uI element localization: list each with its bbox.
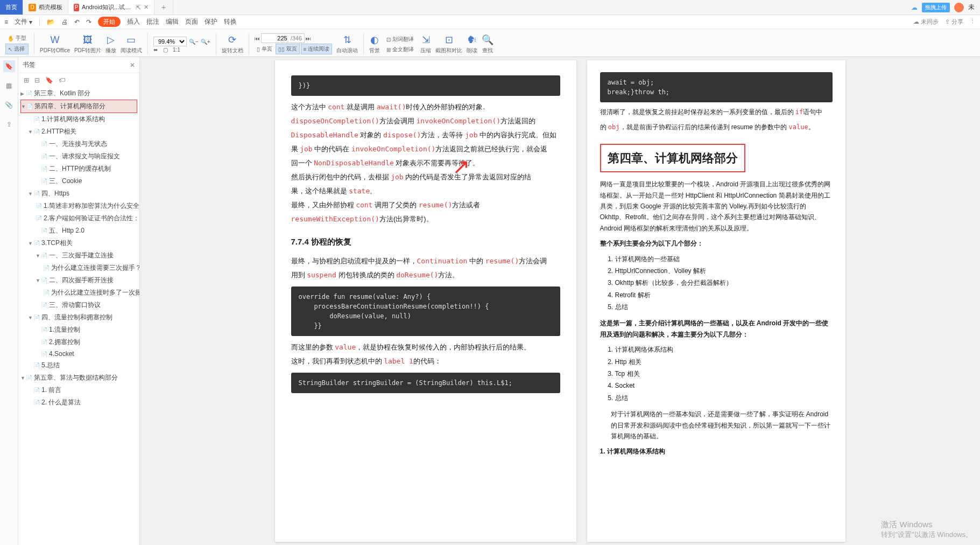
list-item: 计算机网络的一些基础 xyxy=(615,254,833,264)
bookmark-item[interactable]: ▼📄第四章、计算机网络部分 xyxy=(20,100,137,113)
speaker-icon: 🗣 xyxy=(467,34,477,46)
sync-status[interactable]: ☁ 未同步 xyxy=(913,18,939,26)
word-icon: W xyxy=(50,34,59,46)
bookmark-item[interactable]: ▼📄一、三次握手建立连接 xyxy=(20,249,137,262)
bookmark-item[interactable]: ▼📄3.TCP相关 xyxy=(20,237,137,249)
bookmark-item[interactable]: 📄1. 前言 xyxy=(20,384,137,396)
bookmark-item[interactable]: ▶📄第三章、Kotlin 部分 xyxy=(20,87,137,100)
hand-tool[interactable]: ✋ 手型 xyxy=(5,33,29,43)
share-panel-icon[interactable]: ⇪ xyxy=(3,118,15,130)
edit-menu[interactable]: 编辑 xyxy=(166,17,179,26)
expand-all-icon[interactable]: ⊞ xyxy=(24,76,29,84)
full-translate[interactable]: ⊞ 全文翻译 xyxy=(384,45,416,54)
bookmark-item[interactable]: 📄5.总结 xyxy=(20,359,137,372)
start-menu[interactable]: 开始 xyxy=(98,17,121,27)
new-tab-button[interactable]: ＋ xyxy=(154,0,173,15)
tab-templates[interactable]: D稻壳模板 xyxy=(23,0,68,15)
actual-size-icon[interactable]: 1:1 xyxy=(173,47,180,54)
hamburger-icon[interactable]: ≡ xyxy=(4,18,8,26)
pdf-to-office[interactable]: WPDF转Office xyxy=(39,34,71,54)
open-icon[interactable]: 📂 xyxy=(47,18,55,26)
auto-scroll[interactable]: ⇅自动滚动 xyxy=(335,34,359,54)
list-item: 总结 xyxy=(615,393,833,403)
bookmark-icon[interactable]: 🔖 xyxy=(45,76,53,84)
bookmark-item[interactable]: 📄为什么建立连接需要三次握手？ xyxy=(20,262,137,274)
avatar[interactable] xyxy=(954,3,964,12)
bookmark-item[interactable]: 📄2.拥塞控制 xyxy=(20,336,137,348)
read-mode[interactable]: ▭阅读模式 xyxy=(119,34,143,54)
background-button[interactable]: ◐背景 xyxy=(368,34,381,54)
tab-document[interactable]: PAndroid知识...试&进阶}.pdf⇱✕ xyxy=(68,0,154,15)
insert-menu[interactable]: 插入 xyxy=(127,17,140,26)
bookmark-item[interactable]: ▼📄四、Https xyxy=(20,187,137,200)
zoom-select[interactable]: 99.4% xyxy=(153,37,187,46)
sidebar-close-icon[interactable]: ✕ xyxy=(130,61,135,69)
tab-pin-icon[interactable]: ⇱ xyxy=(136,4,141,11)
bookmark-item[interactable]: 📄三、Cookie xyxy=(20,175,137,187)
single-page[interactable]: ▯ 单页 xyxy=(255,44,274,54)
fit-width-icon[interactable]: ⬌ xyxy=(153,47,161,54)
crop-compare[interactable]: ⊡截图和对比 xyxy=(434,34,463,54)
pdf-to-image[interactable]: 🖼PDF转图片 xyxy=(73,34,102,54)
play-icon: ▷ xyxy=(107,34,115,46)
code-block: StringBuilder stringBuilder = (StringBui… xyxy=(291,373,560,393)
first-page-icon[interactable]: ⏮ xyxy=(255,36,260,41)
share-button[interactable]: ⇪ 分享 xyxy=(945,18,963,26)
rotate-button[interactable]: ⟳旋转文档 xyxy=(221,34,244,54)
compress-button[interactable]: ⇲压缩 xyxy=(419,34,432,54)
redo-icon[interactable]: ↷ xyxy=(86,18,91,26)
bookmark-item[interactable]: 📄1.计算机网络体系结构 xyxy=(20,113,137,125)
bookmark-item[interactable]: 📄2.客户端如何验证证书的合法性： xyxy=(20,212,137,225)
find-button[interactable]: 🔍查找 xyxy=(481,34,495,54)
bookmark-item[interactable]: 📄五、Http 2.0 xyxy=(20,225,137,237)
zoom-in-icon[interactable]: 🔍+ xyxy=(201,39,210,45)
double-page[interactable]: ▯▯ 双页 xyxy=(276,44,300,54)
bookmark-item[interactable]: 📄二、HTTP的缓存机制 xyxy=(20,163,137,175)
bookmark-item[interactable]: ▼📄二、四次握手断开连接 xyxy=(20,274,137,287)
dict-translate[interactable]: ⊡ 划词翻译 xyxy=(384,34,416,44)
fit-page-icon[interactable]: ▢ xyxy=(163,47,171,54)
list-item: HttpUrlConnection、Volley 解析 xyxy=(615,265,833,276)
bookmark-item[interactable]: ▼📄2.HTTP相关 xyxy=(20,125,137,138)
list-item: Retrofit 解析 xyxy=(615,290,833,301)
collapse-all-icon[interactable]: ⊟ xyxy=(34,76,40,84)
thumbnails-icon[interactable]: ▦ xyxy=(3,80,15,92)
select-tool[interactable]: ↖ 选择 xyxy=(5,44,29,54)
template-icon: D xyxy=(29,4,36,11)
play-button[interactable]: ▷播放 xyxy=(104,34,117,54)
zoom-out-icon[interactable]: 🔍− xyxy=(189,39,199,45)
bookmark-item[interactable]: 📄一、请求报文与响应报文 xyxy=(20,150,137,163)
menu-more[interactable]: ⋮ xyxy=(970,18,976,26)
bookmark-add-icon[interactable]: 🏷 xyxy=(59,76,65,84)
page-menu[interactable]: 页面 xyxy=(185,17,198,26)
undo-icon[interactable]: ↶ xyxy=(74,18,80,26)
convert-menu[interactable]: 转换 xyxy=(224,17,237,26)
page-input[interactable]: /346 xyxy=(261,33,305,43)
bookmark-tree: ▶📄第三章、Kotlin 部分▼📄第四章、计算机网络部分📄1.计算机网络体系结构… xyxy=(18,87,139,545)
annotate-menu[interactable]: 批注 xyxy=(146,17,159,26)
bookmark-panel-icon[interactable]: 🔖 xyxy=(3,60,15,72)
image-icon: 🖼 xyxy=(83,34,93,46)
protect-menu[interactable]: 保护 xyxy=(205,17,217,26)
tab-home[interactable]: 首页 xyxy=(0,0,23,15)
speak-button[interactable]: 🗣朗读 xyxy=(466,34,478,54)
bookmark-item[interactable]: 📄三、滑动窗口协议 xyxy=(20,299,137,311)
bookmark-item[interactable]: 📄一、无连接与无状态 xyxy=(20,138,137,150)
upload-badge[interactable]: 拖拽上传 xyxy=(922,3,950,12)
bookmark-item[interactable]: ▼📄四、流量控制和拥塞控制 xyxy=(20,311,137,324)
close-icon[interactable]: ✕ xyxy=(144,4,149,11)
print-icon[interactable]: 🖨 xyxy=(61,18,68,26)
bookmark-item[interactable]: 📄为什么比建立连接时多了一次握手？ xyxy=(20,287,137,299)
bookmark-item[interactable]: 📄2. 什么是算法 xyxy=(20,396,137,409)
pdf-icon: P xyxy=(74,4,79,11)
attachment-icon[interactable]: 📎 xyxy=(3,99,15,111)
continuous-read[interactable]: ≡ 连续阅读 xyxy=(301,44,333,54)
bookmark-item[interactable]: 📄1.流量控制 xyxy=(20,324,137,336)
last-page-icon[interactable]: ⏭ xyxy=(306,36,311,41)
list-item: Http 相关 xyxy=(615,357,833,367)
file-menu[interactable]: 文件 ▾ xyxy=(15,17,32,26)
bookmark-item[interactable]: ▼📄第五章、算法与数据结构部分 xyxy=(20,372,137,384)
bookmark-item[interactable]: 📄4.Socket xyxy=(20,348,137,359)
cloud-icon[interactable]: ☁ xyxy=(911,4,918,11)
bookmark-item[interactable]: 📄1.简述非对称加密算法为什么安全： xyxy=(20,200,137,212)
